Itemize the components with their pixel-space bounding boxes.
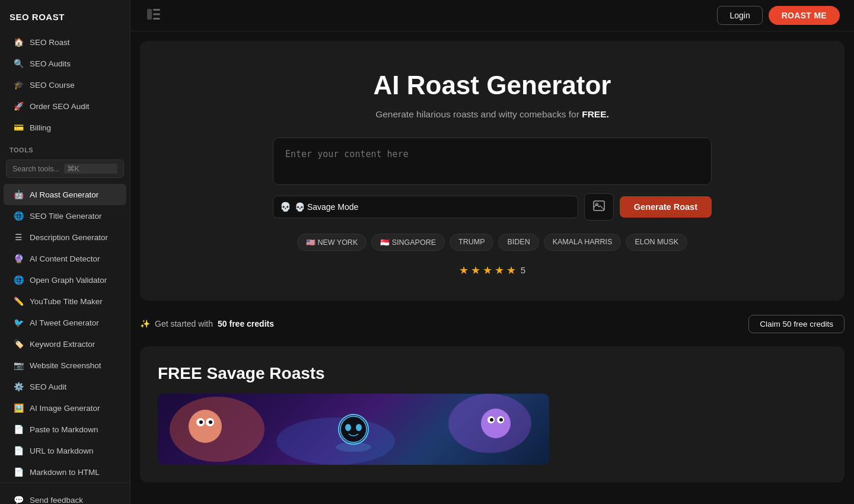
roasts-section: FREE Savage Roasts — [140, 346, 845, 483]
roast-me-button[interactable]: ROAST ME — [769, 6, 840, 25]
app-logo: SEO ROAST — [0, 9, 130, 31]
claim-credits-button[interactable]: Claim 50 free credits — [748, 315, 845, 333]
sidebar-item-open-graph-validator[interactable]: 🌐 Open Graph Validator — [4, 269, 126, 291]
hero-section: AI Roast Generator Generate hilarious ro… — [140, 41, 845, 301]
youtube-title-maker-icon: ✏️ — [13, 296, 24, 307]
sidebar-item-billing[interactable]: 💳 Billing — [4, 117, 126, 138]
sidebar-label-seo-audits: SEO Audits — [30, 59, 71, 68]
svg-rect-1 — [153, 9, 160, 11]
tag-new-york[interactable]: 🇺🇸 NEW YORK — [297, 234, 367, 251]
send-feedback-item[interactable]: 💬 Send feedback — [4, 489, 126, 504]
ai-image-generator-icon: 🖼️ — [13, 403, 24, 413]
mode-select-wrapper: 💀 💀 Savage Mode🌶️ Mild Mode😊 Friendly Mo… — [273, 196, 578, 218]
sidebar-item-seo-roast[interactable]: 🏠 SEO Roast — [4, 31, 126, 53]
sidebar-item-keyword-extractor[interactable]: 🏷️ Keyword Extractor — [4, 333, 126, 355]
markdown-to-html-icon: 📄 — [13, 467, 24, 477]
tools-section-label: Tools — [0, 138, 130, 157]
seo-audit-icon: ⚙️ — [13, 381, 24, 392]
tools-nav: 🤖 AI Roast Generator 🌐 SEO Title Generat… — [0, 184, 130, 483]
billing-icon: 💳 — [13, 122, 24, 133]
seo-title-generator-icon: 🌐 — [13, 210, 24, 221]
sidebar-label-markdown-to-html: Markdown to HTML — [30, 468, 100, 477]
hero-subtitle: Generate hilarious roasts and witty come… — [375, 109, 609, 120]
paste-to-markdown-icon: 📄 — [13, 424, 24, 435]
tag-kamala-harris[interactable]: KAMALA HARRIS — [544, 234, 622, 251]
star-4: ★ — [495, 264, 504, 277]
sidebar-item-markdown-to-html[interactable]: 📄 Markdown to HTML — [4, 461, 126, 483]
tag-trump[interactable]: TRUMP — [450, 234, 493, 251]
sidebar-item-description-generator[interactable]: ☰ Description Generator — [4, 227, 126, 248]
sidebar-item-seo-course[interactable]: 🎓 SEO Course — [4, 74, 126, 95]
sidebar-label-open-graph-validator: Open Graph Validator — [30, 276, 107, 285]
seo-course-icon: 🎓 — [13, 79, 24, 90]
main-content: Login ROAST ME AI Roast Generator Genera… — [130, 0, 854, 504]
svg-point-18 — [336, 442, 371, 452]
search-tools-box[interactable]: Search tools... ⌘K — [6, 160, 124, 178]
sidebar-item-paste-to-markdown[interactable]: 📄 Paste to Markdown — [4, 419, 126, 440]
sidebar-item-seo-audits[interactable]: 🔍 SEO Audits — [4, 53, 126, 74]
hero-controls: 💀 💀 Savage Mode🌶️ Mild Mode😊 Friendly Mo… — [273, 193, 712, 221]
sidebar-item-url-to-markdown[interactable]: 📄 URL to Markdown — [4, 440, 126, 461]
credits-banner: ✨ Get started with 50 free credits Claim… — [140, 310, 845, 338]
sidebar-label-url-to-markdown: URL to Markdown — [30, 446, 94, 455]
ai-content-detector-icon: 🔮 — [13, 253, 24, 264]
sidebar-label-seo-audit: SEO Audit — [30, 382, 66, 391]
tags-row: 🇺🇸 NEW YORK🇸🇬 SINGAPORETRUMPBIDENKAMALA … — [297, 234, 687, 251]
svg-point-12 — [199, 420, 203, 424]
stars-row: ★★★★★5 — [459, 264, 525, 277]
roasts-title: FREE Savage Roasts — [158, 364, 827, 383]
svg-point-16 — [345, 424, 351, 431]
credits-text: ✨ Get started with 50 free credits — [140, 319, 274, 328]
svg-rect-3 — [153, 18, 160, 20]
tag-elon-musk[interactable]: ELON MUSK — [626, 234, 687, 251]
credits-icon: ✨ — [140, 319, 150, 328]
svg-rect-2 — [153, 13, 160, 15]
sidebar-label-ai-content-detector: AI Content Detector — [30, 254, 100, 263]
sidebar-item-seo-audit[interactable]: ⚙️ SEO Audit — [4, 376, 126, 397]
hero-textarea[interactable] — [273, 138, 712, 185]
sidebar-label-seo-course: SEO Course — [30, 81, 75, 90]
svg-point-15 — [340, 416, 367, 442]
sidebar-label-ai-roast-generator: AI Roast Generator — [30, 190, 98, 199]
hero-title: AI Roast Generator — [374, 71, 611, 101]
sidebar-item-youtube-title-maker[interactable]: ✏️ YouTube Title Maker — [4, 291, 126, 312]
sidebar-item-ai-content-detector[interactable]: 🔮 AI Content Detector — [4, 248, 126, 269]
svg-point-13 — [209, 420, 212, 424]
sidebar-bottom: 💬 Send feedback — [0, 483, 130, 504]
topbar-right: Login ROAST ME — [717, 6, 840, 25]
svg-point-22 — [490, 418, 493, 422]
sidebar-item-order-seo-audit[interactable]: 🚀 Order SEO Audit — [4, 95, 126, 117]
topbar-left — [145, 7, 162, 25]
login-button[interactable]: Login — [717, 6, 762, 25]
website-screenshot-icon: 📷 — [13, 360, 24, 371]
roasts-image — [158, 394, 549, 465]
sidebar-label-seo-title-generator: SEO Title Generator — [30, 212, 102, 221]
url-to-markdown-icon: 📄 — [13, 445, 24, 456]
svg-point-19 — [481, 409, 511, 438]
sidebar-item-ai-image-generator[interactable]: 🖼️ AI Image Generator — [4, 397, 126, 419]
sidebar-item-seo-title-generator[interactable]: 🌐 SEO Title Generator — [4, 205, 126, 227]
sidebar-label-website-screenshot: Website Screenshot — [30, 361, 101, 370]
sidebar-toggle-button[interactable] — [145, 7, 162, 25]
tag-singapore[interactable]: 🇸🇬 SINGAPORE — [371, 234, 445, 251]
sidebar-label-paste-to-markdown: Paste to Markdown — [30, 425, 98, 434]
topbar: Login ROAST ME — [130, 0, 854, 31]
sidebar-item-ai-roast-generator[interactable]: 🤖 AI Roast Generator — [4, 184, 126, 205]
svg-point-17 — [356, 424, 362, 431]
stars-count: 5 — [521, 265, 525, 275]
search-tools-placeholder: Search tools... — [12, 165, 60, 173]
tag-biden[interactable]: BIDEN — [498, 234, 538, 251]
mode-select[interactable]: 💀 Savage Mode🌶️ Mild Mode😊 Friendly Mode — [273, 196, 578, 218]
sidebar-label-keyword-extractor: Keyword Extractor — [30, 340, 95, 349]
send-feedback-label: Send feedback — [30, 496, 83, 505]
sidebar-label-billing: Billing — [30, 123, 51, 132]
ai-tweet-generator-icon: 🐦 — [13, 317, 24, 328]
image-button[interactable] — [584, 193, 614, 221]
ai-roast-generator-icon: 🤖 — [13, 189, 24, 200]
sidebar-item-website-screenshot[interactable]: 📷 Website Screenshot — [4, 355, 126, 376]
feedback-icon: 💬 — [13, 495, 24, 504]
generate-roast-button[interactable]: Generate Roast — [620, 196, 712, 218]
sidebar-label-order-seo-audit: Order SEO Audit — [30, 102, 90, 111]
sidebar-item-ai-tweet-generator[interactable]: 🐦 AI Tweet Generator — [4, 312, 126, 333]
star-5: ★ — [506, 264, 516, 277]
